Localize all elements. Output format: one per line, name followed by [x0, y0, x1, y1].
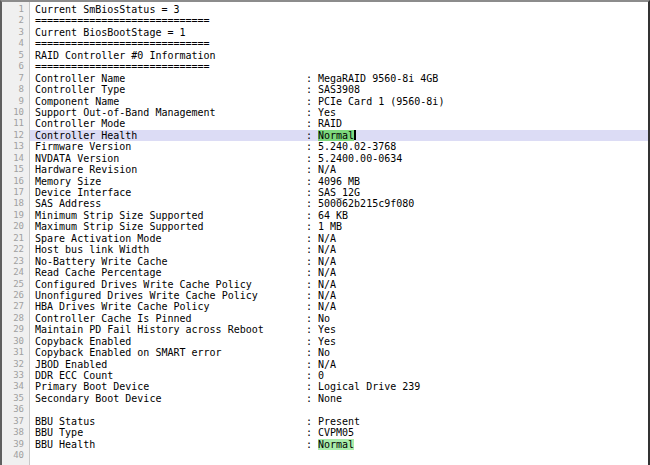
- log-line[interactable]: 18SAS Address : 500062b215c9f080: [2, 198, 648, 209]
- line-content: BBU Health : Normal: [30, 439, 648, 450]
- field-value: RAID: [318, 118, 342, 129]
- log-line[interactable]: 37BBU Status : Present: [2, 416, 648, 427]
- field-value: SAS_12G: [318, 187, 360, 198]
- field-label: BBU Status :: [35, 416, 318, 427]
- line-number: 17: [2, 187, 30, 198]
- line-number: 26: [2, 290, 30, 301]
- log-line[interactable]: 12Controller Health : Normal: [2, 130, 648, 141]
- log-line[interactable]: 32JBOD Enabled : N/A: [2, 359, 648, 370]
- field-label: Copyback Enabled on SMART error :: [35, 347, 318, 358]
- log-line[interactable]: 25Configured Drives Write Cache Policy :…: [2, 279, 648, 290]
- log-line[interactable]: 2=============================: [2, 15, 648, 26]
- line-number: 5: [2, 50, 30, 61]
- line-number: 23: [2, 256, 30, 267]
- field-value: Normal: [318, 439, 354, 450]
- line-number: 25: [2, 279, 30, 290]
- log-line[interactable]: 9Component Name : PCIe Card 1 (9560-8i): [2, 96, 648, 107]
- field-label: Controller Health :: [35, 130, 318, 141]
- log-line[interactable]: 10Support Out-of-Band Management : Yes: [2, 107, 648, 118]
- field-value: 0: [318, 370, 324, 381]
- line-content: RAID Controller #0 Information: [30, 50, 648, 61]
- log-line[interactable]: 1Current SmBiosStatus = 3: [2, 4, 648, 15]
- log-line[interactable]: 26Unonfigured Drives Write Cache Policy …: [2, 290, 648, 301]
- log-line[interactable]: 31Copyback Enabled on SMART error : No: [2, 347, 648, 358]
- log-line[interactable]: 30Copyback Enabled : Yes: [2, 336, 648, 347]
- field-label: Component Name :: [35, 96, 318, 107]
- field-label: Controller Mode :: [35, 118, 318, 129]
- line-number: 14: [2, 153, 30, 164]
- field-label: DDR ECC Count :: [35, 370, 318, 381]
- field-label: BBU Type :: [35, 427, 318, 438]
- log-line[interactable]: 16Memory Size : 4096 MB: [2, 176, 648, 187]
- field-value: Logical Drive 239: [318, 381, 420, 392]
- field-value: SAS3908: [318, 84, 360, 95]
- log-line[interactable]: 22Host bus link Width : N/A: [2, 244, 648, 255]
- line-content: Memory Size : 4096 MB: [30, 176, 648, 187]
- field-value: 500062b215c9f080: [318, 198, 414, 209]
- log-line[interactable]: 36: [2, 404, 648, 415]
- field-label: Minimum Strip Size Supported :: [35, 210, 318, 221]
- log-line[interactable]: 14NVDATA Version : 5.2400.00-0634: [2, 153, 648, 164]
- line-content: No-Battery Write Cache : N/A: [30, 256, 648, 267]
- field-value: N/A: [318, 267, 336, 278]
- field-label: Secondary Boot Device :: [35, 393, 318, 404]
- line-content: Firmware Version : 5.240.02-3768: [30, 141, 648, 152]
- log-line[interactable]: 40: [2, 450, 648, 461]
- log-line[interactable]: 24Read Cache Percentage : N/A: [2, 267, 648, 278]
- log-line[interactable]: 5RAID Controller #0 Information: [2, 50, 648, 61]
- line-number: 21: [2, 233, 30, 244]
- log-line[interactable]: 29Maintain PD Fail History across Reboot…: [2, 324, 648, 335]
- line-number: 28: [2, 313, 30, 324]
- log-line[interactable]: 19Minimum Strip Size Supported : 64 KB: [2, 210, 648, 221]
- log-line[interactable]: 28Controller Cache Is Pinned : No: [2, 313, 648, 324]
- log-line[interactable]: 35Secondary Boot Device : None: [2, 393, 648, 404]
- field-value: Yes: [318, 324, 336, 335]
- log-line[interactable]: 38BBU Type : CVPM05: [2, 427, 648, 438]
- log-line[interactable]: 8Controller Type : SAS3908: [2, 84, 648, 95]
- line-number: 16: [2, 176, 30, 187]
- line-number: 38: [2, 427, 30, 438]
- field-value: Yes: [318, 107, 336, 118]
- line-content: Support Out-of-Band Management : Yes: [30, 107, 648, 118]
- log-line[interactable]: 39BBU Health : Normal: [2, 439, 648, 450]
- field-value: Yes: [318, 336, 336, 347]
- field-label: Device Interface :: [35, 187, 318, 198]
- log-line[interactable]: 7Controller Name : MegaRAID 9560-8i 4GB: [2, 73, 648, 84]
- line-number: 34: [2, 381, 30, 392]
- log-line[interactable]: 17Device Interface : SAS_12G: [2, 187, 648, 198]
- line-number: 9: [2, 96, 30, 107]
- log-line[interactable]: 33DDR ECC Count : 0: [2, 370, 648, 381]
- line-content: Unonfigured Drives Write Cache Policy : …: [30, 290, 648, 301]
- line-content: Secondary Boot Device : None: [30, 393, 648, 404]
- line-content: Maximum Strip Size Supported : 1 MB: [30, 221, 648, 232]
- log-line[interactable]: 34Primary Boot Device : Logical Drive 23…: [2, 381, 648, 392]
- field-label: Copyback Enabled :: [35, 336, 318, 347]
- field-value: N/A: [318, 256, 336, 267]
- line-number: 4: [2, 38, 30, 49]
- line-number: 3: [2, 27, 30, 38]
- log-line[interactable]: 27HBA Drives Write Cache Policy : N/A: [2, 301, 648, 312]
- log-line[interactable]: 13Firmware Version : 5.240.02-3768: [2, 141, 648, 152]
- line-content: =============================: [30, 38, 648, 49]
- field-value: N/A: [318, 244, 336, 255]
- log-line[interactable]: 4=============================: [2, 38, 648, 49]
- log-line[interactable]: 20Maximum Strip Size Supported : 1 MB: [2, 221, 648, 232]
- log-line[interactable]: 15Hardware Revision : N/A: [2, 164, 648, 175]
- field-label: Controller Type :: [35, 84, 318, 95]
- field-label: Controller Name :: [35, 73, 318, 84]
- line-number: 29: [2, 324, 30, 335]
- line-content: Minimum Strip Size Supported : 64 KB: [30, 210, 648, 221]
- line-content: Maintain PD Fail History across Reboot :…: [30, 324, 648, 335]
- field-label: Configured Drives Write Cache Policy :: [35, 279, 318, 290]
- line-number: 7: [2, 73, 30, 84]
- log-line[interactable]: 23No-Battery Write Cache : N/A: [2, 256, 648, 267]
- line-content: Hardware Revision : N/A: [30, 164, 648, 175]
- line-content: Controller Cache Is Pinned : No: [30, 313, 648, 324]
- field-value: None: [318, 393, 342, 404]
- log-line[interactable]: 21Spare Activation Mode : N/A: [2, 233, 648, 244]
- field-value: N/A: [318, 279, 336, 290]
- log-line[interactable]: 3Current BiosBootStage = 1: [2, 27, 648, 38]
- line-number: 30: [2, 336, 30, 347]
- log-line[interactable]: 11Controller Mode : RAID: [2, 118, 648, 129]
- log-line[interactable]: 6=============================: [2, 61, 648, 72]
